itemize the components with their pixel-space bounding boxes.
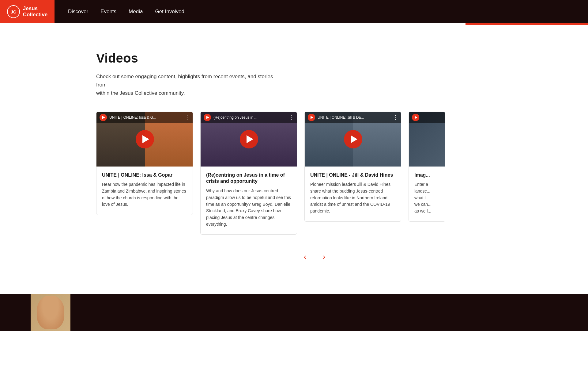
carousel-nav: ‹ ›: [96, 250, 533, 263]
video-thumb-3[interactable]: UNITE | ONLINE: Jill & Da... ⋮: [305, 112, 401, 167]
video-card-2: (Re)centring on Jesus in ... ⋮ (Re)centr…: [200, 112, 297, 235]
play-button-1[interactable]: [136, 130, 154, 148]
card-body-2: (Re)centring on Jesus in a time of crisi…: [201, 167, 297, 235]
yt-dots-1: ⋮: [184, 114, 190, 121]
yt-bar-1: UNITE | ONLINE: Issa & G... ⋮: [96, 112, 193, 123]
yt-dots-2: ⋮: [288, 114, 294, 121]
card-desc-4: Enter alandsc...what t...we can...as we …: [414, 181, 439, 214]
card-body-4: Imag... Enter alandsc...what t...we can.…: [409, 167, 445, 221]
logo-area[interactable]: JC Jesus Collective: [0, 0, 55, 23]
card-desc-2: Why and how does our Jesus-centred parad…: [206, 188, 291, 228]
nav-get-involved[interactable]: Get Involved: [150, 0, 189, 23]
yt-logo-4: [412, 114, 419, 121]
video-thumb-1[interactable]: UNITE | ONLINE: Issa & G... ⋮: [96, 112, 193, 167]
nav-events[interactable]: Events: [96, 0, 121, 23]
video-cards-row: UNITE | ONLINE: Issa & G... ⋮ UNITE | ON…: [96, 112, 588, 235]
yt-bar-4: [409, 112, 445, 123]
brand-logo-icon: JC: [7, 5, 20, 18]
nav-media[interactable]: Media: [124, 0, 148, 23]
play-button-2[interactable]: [240, 130, 258, 148]
yt-logo-1: [100, 114, 107, 121]
yt-title-3: UNITE | ONLINE: Jill & Da...: [318, 115, 390, 120]
main-content: Videos Check out some engaging content, …: [0, 23, 588, 282]
card-desc-3: Pioneer mission leaders Jill & David Hin…: [310, 181, 395, 214]
card-body-1: UNITE | ONLINE: Issa & Gopar Hear how th…: [96, 167, 193, 215]
carousel-next-button[interactable]: ›: [317, 250, 331, 263]
brand-name: Jesus Collective: [23, 6, 47, 18]
video-card-4-partial: Imag... Enter alandsc...what t...we can.…: [409, 112, 445, 222]
video-card-3: UNITE | ONLINE: Jill & Da... ⋮ UNITE | O…: [304, 112, 401, 222]
main-nav: Discover Events Media Get Involved: [55, 0, 189, 23]
play-button-3[interactable]: [344, 130, 362, 148]
yt-logo-2: [204, 114, 211, 121]
video-card-1: UNITE | ONLINE: Issa & G... ⋮ UNITE | ON…: [96, 112, 193, 215]
svg-text:JC: JC: [11, 10, 16, 14]
video-thumb-2[interactable]: (Re)centring on Jesus in ... ⋮: [201, 112, 297, 167]
bottom-area: [0, 294, 588, 331]
videos-section-desc: Check out some engaging content, highlig…: [96, 72, 280, 98]
red-accent-bar: [466, 23, 588, 25]
card-desc-1: Hear how the pandemic has impacted life …: [102, 181, 187, 208]
card-title-1: UNITE | ONLINE: Issa & Gopar: [102, 172, 187, 178]
yt-logo-3: [308, 114, 315, 121]
yt-title-1: UNITE | ONLINE: Issa & G...: [109, 115, 182, 120]
card-title-4: Imag...: [414, 172, 439, 178]
bottom-thumbnail: [31, 294, 70, 331]
video-thumb-4: [409, 112, 445, 167]
card-title-2: (Re)centring on Jesus in a time of crisi…: [206, 172, 291, 185]
bottom-person-face: [37, 296, 64, 329]
yt-bar-2: (Re)centring on Jesus in ... ⋮: [201, 112, 297, 123]
yt-bar-3: UNITE | ONLINE: Jill & Da... ⋮: [305, 112, 401, 123]
carousel-prev-button[interactable]: ‹: [298, 250, 312, 263]
card-body-3: UNITE | ONLINE - Jill & David Hines Pion…: [305, 167, 401, 221]
yt-title-2: (Re)centring on Jesus in ...: [213, 115, 286, 120]
card-title-3: UNITE | ONLINE - Jill & David Hines: [310, 172, 395, 178]
videos-section-title: Videos: [96, 51, 588, 66]
nav-discover[interactable]: Discover: [63, 0, 93, 23]
yt-dots-3: ⋮: [393, 114, 398, 121]
header: JC Jesus Collective Discover Events Medi…: [0, 0, 588, 23]
